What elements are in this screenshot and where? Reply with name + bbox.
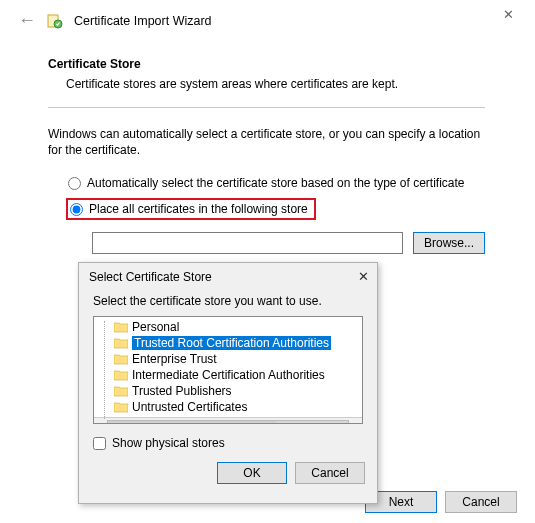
divider (48, 107, 485, 108)
cancel-button[interactable]: Cancel (445, 491, 517, 513)
show-physical-stores[interactable]: Show physical stores (79, 430, 377, 456)
radio-place-all[interactable]: Place all certificates in the following … (66, 198, 316, 220)
tree-guide-line (104, 321, 105, 419)
dialog-footer: OK Cancel (79, 456, 377, 494)
tree-item-label: Untrusted Certificates (132, 400, 247, 414)
dialog-description: Select the certificate store you want to… (79, 288, 377, 316)
ok-button[interactable]: OK (217, 462, 287, 484)
close-icon: ✕ (503, 7, 514, 22)
dialog-close-button[interactable]: ✕ (358, 269, 369, 284)
show-physical-label: Show physical stores (112, 436, 225, 450)
store-field-row: Browse... (92, 232, 485, 254)
scroll-right-icon[interactable]: ► (351, 421, 360, 425)
radio-place-label: Place all certificates in the following … (89, 202, 308, 216)
tree-item-label: Trusted Root Certification Authorities (132, 336, 331, 350)
tree-item[interactable]: Enterprise Trust (98, 351, 362, 367)
tree-item-label: Personal (132, 320, 179, 334)
radio-place-input[interactable] (70, 203, 83, 216)
tree-item[interactable]: Trusted Publishers (98, 383, 362, 399)
wizard-title: Certificate Import Wizard (74, 14, 212, 28)
tree-item[interactable]: Personal (98, 319, 362, 335)
section-title: Certificate Store (48, 57, 485, 71)
certificate-wizard-icon (46, 12, 64, 30)
tree-item[interactable]: Trusted Root Certification Authorities (98, 335, 362, 351)
wizard-header: ← Certificate Import Wizard (0, 0, 535, 37)
tree-item[interactable]: Intermediate Certification Authorities (98, 367, 362, 383)
certificate-store-tree[interactable]: PersonalTrusted Root Certification Autho… (93, 316, 363, 424)
radio-auto-label: Automatically select the certificate sto… (87, 176, 465, 190)
dialog-cancel-button[interactable]: Cancel (295, 462, 365, 484)
window-close-button[interactable]: ✕ (493, 4, 523, 24)
tree-item-label: Intermediate Certification Authorities (132, 368, 325, 382)
tree-item-label: Enterprise Trust (132, 352, 217, 366)
intro-text: Windows can automatically select a certi… (48, 126, 485, 158)
radio-auto-select[interactable]: Automatically select the certificate sto… (68, 176, 485, 190)
wizard-footer: Next Cancel (365, 491, 517, 513)
select-store-dialog: Select Certificate Store ✕ Select the ce… (78, 262, 378, 504)
tree-item[interactable]: Untrusted Certificates (98, 399, 362, 415)
scroll-left-icon[interactable]: ◄ (96, 421, 105, 425)
back-arrow-icon[interactable]: ← (18, 10, 36, 31)
dialog-title: Select Certificate Store (89, 270, 212, 284)
browse-button[interactable]: Browse... (413, 232, 485, 254)
scrollbar-thumb[interactable] (107, 420, 349, 425)
wizard-window: ✕ ← Certificate Import Wizard Certificat… (0, 0, 535, 523)
horizontal-scrollbar[interactable]: ◄ ► (94, 417, 362, 424)
tree-item-label: Trusted Publishers (132, 384, 232, 398)
dialog-titlebar: Select Certificate Store ✕ (79, 263, 377, 288)
wizard-content: Certificate Store Certificate stores are… (0, 37, 535, 254)
certificate-store-input[interactable] (92, 232, 403, 254)
show-physical-checkbox[interactable] (93, 437, 106, 450)
radio-auto-input[interactable] (68, 177, 81, 190)
section-description: Certificate stores are system areas wher… (66, 77, 485, 91)
